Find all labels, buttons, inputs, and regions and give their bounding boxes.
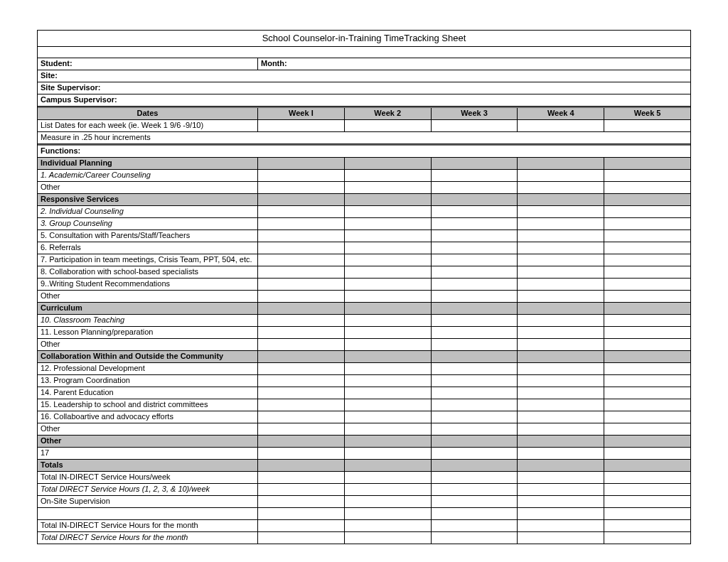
row-blank-spacer: [38, 508, 690, 520]
row-cu-other: Other: [38, 339, 690, 351]
section-other-label: Other: [38, 436, 258, 447]
student-label: Student:: [38, 58, 258, 70]
measure-row: Measure in .25 hour increments: [38, 132, 690, 144]
label-co13: 13. Program Coordination: [38, 375, 258, 387]
section-totals-label: Totals: [38, 460, 258, 471]
measure-label: Measure in .25 hour increments: [38, 132, 690, 144]
row-co12: 12. Professional Development: [38, 363, 690, 375]
label-rs7: 7. Participation in team meetings, Crisi…: [38, 254, 258, 266]
section-totals: Totals: [38, 460, 690, 472]
label-co15: 15. Leadership to school and district co…: [38, 399, 258, 411]
section-curriculum: Curriculum: [38, 303, 690, 315]
title-row: School Counselor-in-Training TimeTrackin…: [38, 31, 690, 47]
row-co13: 13. Program Coordination: [38, 375, 690, 387]
list-dates-w4[interactable]: [518, 120, 604, 131]
label-co14: 14. Parent Education: [38, 387, 258, 399]
label-rs2: 2. Individual Counseling: [38, 206, 258, 217]
row-rs8: 8. Collaboration with school-based speci…: [38, 266, 690, 279]
section-individual-planning-label: Individual Planning: [38, 158, 258, 169]
row-rs6: 6. Referrals: [38, 242, 690, 254]
label-ot17: 17: [38, 448, 258, 459]
col-week4: Week 4: [518, 108, 604, 119]
section-curriculum-label: Curriculum: [38, 303, 258, 314]
list-dates-w5[interactable]: [604, 120, 690, 131]
row-rs9: 9..Writing Student Recommendations: [38, 279, 690, 291]
section-other: Other: [38, 436, 690, 448]
row-ot17: 17: [38, 448, 690, 460]
label-co16: 16. Collaboartive and advocacy efforts: [38, 411, 258, 423]
row-cu10: 10. Classroom Teaching: [38, 315, 690, 327]
col-week2: Week 2: [345, 108, 432, 119]
site-supervisor-row: Site Supervisor:: [38, 82, 690, 94]
row-rs2: 2. Individual Counseling: [38, 206, 690, 218]
list-dates-row: List Dates for each week (ie. Week 1 9/6…: [38, 120, 690, 132]
row-direct-week: Total DIRECT Service Hours (1, 2, 3, & 1…: [38, 484, 690, 496]
campus-supervisor-row: Campus Supervisor:: [38, 94, 690, 107]
section-individual-planning: Individual Planning: [38, 158, 690, 170]
label-rs6: 6. Referrals: [38, 242, 258, 254]
row-cu11: 11. Lesson Planning/preparation: [38, 327, 690, 339]
col-week3: Week 3: [432, 108, 518, 119]
blank-spacer-label: [38, 508, 258, 519]
row-ip-other: Other: [38, 182, 690, 194]
col-dates: Dates: [38, 108, 258, 119]
section-collaboration: Collaboration Within and Outside the Com…: [38, 351, 690, 363]
label-rs9: 9..Writing Student Recommendations: [38, 279, 258, 290]
row-co-other: Other: [38, 423, 690, 436]
functions-header-row: Functions:: [38, 144, 690, 158]
section-responsive-services: Responsive Services: [38, 194, 690, 206]
row-rs-other: Other: [38, 291, 690, 303]
list-dates-w2[interactable]: [345, 120, 432, 131]
student-month-row: Student: Month:: [38, 58, 690, 70]
label-onsite: On-Site Supervision: [38, 496, 258, 507]
col-week1: Week I: [258, 108, 345, 119]
label-cu-other: Other: [38, 339, 258, 350]
page: School Counselor-in-Training TimeTrackin…: [0, 0, 728, 562]
label-cu11: 11. Lesson Planning/preparation: [38, 327, 258, 338]
row-ip1: 1. Academic/Career Counseling: [38, 170, 690, 182]
label-cu10: 10. Classroom Teaching: [38, 315, 258, 326]
label-direct-week: Total DIRECT Service Hours (1, 2, 3, & 1…: [38, 484, 258, 495]
timesheet-grid: School Counselor-in-Training TimeTrackin…: [37, 30, 691, 544]
row-co15: 15. Leadership to school and district co…: [38, 399, 690, 411]
functions-label: Functions:: [38, 146, 690, 157]
label-ip1: 1. Academic/Career Counseling: [38, 170, 258, 181]
column-header-row: Dates Week I Week 2 Week 3 Week 4 Week 5: [38, 107, 690, 120]
label-rs8: 8. Collaboration with school-based speci…: [38, 266, 258, 278]
row-direct-month: Total DIRECT Service Hours for the month: [38, 532, 690, 544]
row-onsite: On-Site Supervision: [38, 496, 690, 508]
label-rs3: 3. Group Counseling: [38, 218, 258, 229]
spacer-cell: [38, 47, 690, 58]
spacer-row: [38, 47, 690, 58]
list-dates-w1[interactable]: [258, 120, 345, 131]
month-label: Month:: [258, 58, 690, 70]
label-ip-other: Other: [38, 182, 258, 193]
list-dates-label: List Dates for each week (ie. Week 1 9/6…: [38, 120, 258, 131]
site-label: Site:: [38, 70, 690, 82]
site-supervisor-label: Site Supervisor:: [38, 82, 690, 94]
section-collaboration-label: Collaboration Within and Outside the Com…: [38, 351, 258, 362]
label-rs-other: Other: [38, 291, 258, 302]
label-rs5: 5. Consultation with Parents/Staff/Teach…: [38, 230, 258, 242]
campus-supervisor-label: Campus Supervisor:: [38, 94, 690, 106]
label-indirect-month: Total IN-DIRECT Service Hours for the mo…: [38, 520, 258, 531]
row-rs3: 3. Group Counseling: [38, 218, 690, 230]
label-co-other: Other: [38, 423, 258, 435]
section-responsive-services-label: Responsive Services: [38, 194, 258, 205]
label-indirect-week: Total IN-DIRECT Service Hours/week: [38, 472, 258, 483]
sheet-title: School Counselor-in-Training TimeTrackin…: [38, 31, 690, 46]
label-direct-month: Total DIRECT Service Hours for the month: [38, 532, 258, 544]
site-row: Site:: [38, 70, 690, 82]
label-co12: 12. Professional Development: [38, 363, 258, 374]
list-dates-w3[interactable]: [432, 120, 518, 131]
row-co14: 14. Parent Education: [38, 387, 690, 399]
col-week5: Week 5: [604, 108, 690, 119]
row-indirect-week: Total IN-DIRECT Service Hours/week: [38, 472, 690, 484]
row-rs7: 7. Participation in team meetings, Crisi…: [38, 254, 690, 266]
row-co16: 16. Collaboartive and advocacy efforts: [38, 411, 690, 423]
row-indirect-month: Total IN-DIRECT Service Hours for the mo…: [38, 520, 690, 532]
row-rs5: 5. Consultation with Parents/Staff/Teach…: [38, 230, 690, 242]
